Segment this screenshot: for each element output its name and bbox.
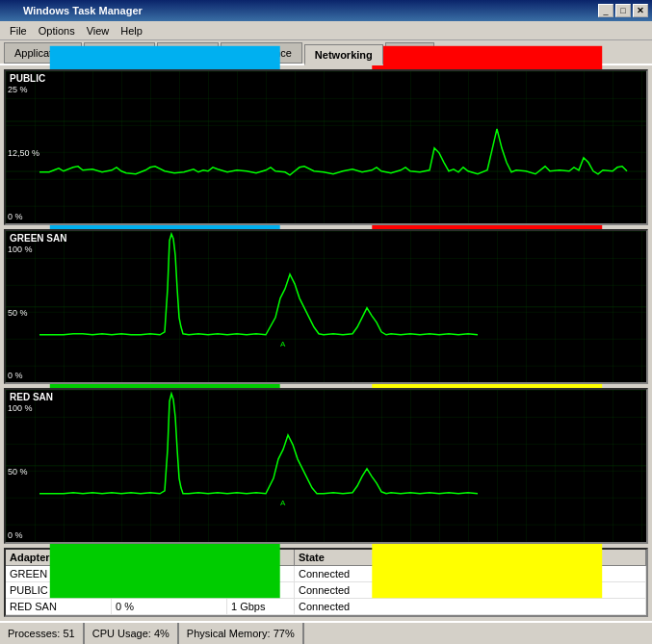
public-chart-panel: PUBLIC 25 % 12,50 % 0 % [4,69,648,225]
public-chart-svg [6,71,646,223]
tab-networking[interactable]: Networking [304,44,383,65]
redsan-chart-svg: A [6,390,646,542]
svg-rect-4 [6,71,646,223]
greensan-chart-label: GREEN SAN [10,233,66,244]
title-bar: Windows Task Manager _ □ ✕ [0,0,652,21]
public-chart-label: PUBLIC [10,73,45,84]
redsan-chart-label: RED SAN [10,392,53,402]
svg-text:A: A [280,499,286,507]
main-content: PUBLIC 25 % 12,50 % 0 % GREEN SAN 100 % [0,65,652,621]
greensan-chart-svg: A [6,231,646,383]
greensan-chart-panel: GREEN SAN 100 % 50 % 0 % A [4,229,648,385]
svg-text:A: A [280,339,286,348]
app-icon [4,3,19,18]
redsan-chart-panel: RED SAN 100 % 50 % 0 % A [4,388,648,544]
